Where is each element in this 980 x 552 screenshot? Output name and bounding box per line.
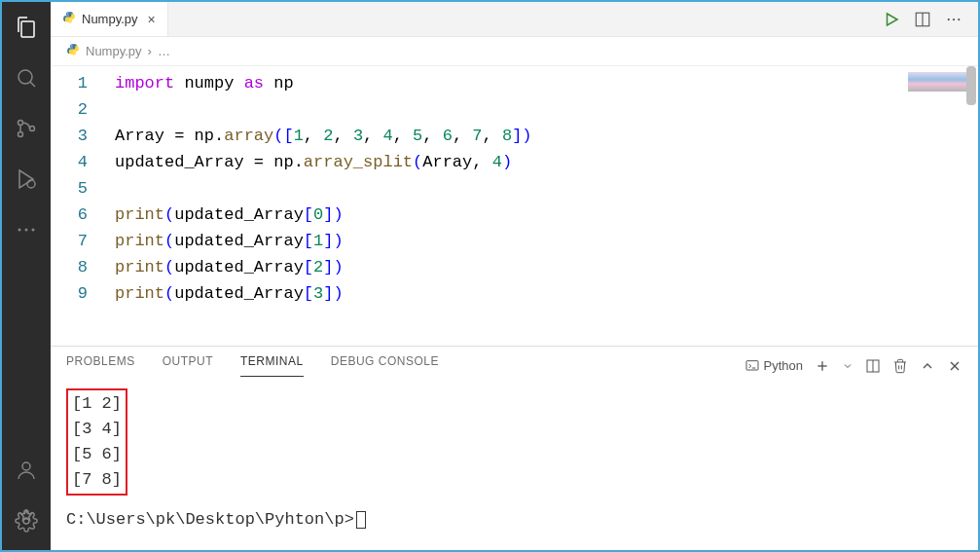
svg-point-15: [948, 18, 950, 19]
line-number: 9: [51, 280, 88, 307]
tab-close-icon[interactable]: ×: [144, 12, 156, 27]
svg-point-6: [27, 180, 35, 188]
tab-output[interactable]: OUTPUT: [163, 354, 213, 377]
run-debug-icon[interactable]: [13, 166, 40, 193]
code-line: print(updated_Array[2]): [115, 254, 978, 280]
line-number: 5: [51, 175, 88, 202]
svg-point-17: [958, 18, 960, 19]
code-line: [115, 96, 978, 123]
settings-gear-icon[interactable]: [13, 507, 40, 534]
breadcrumb-chevron-icon: ›: [148, 44, 152, 58]
panel-tabs: PROBLEMS OUTPUT TERMINAL DEBUG CONSOLE P…: [51, 347, 978, 377]
tab-terminal[interactable]: TERMINAL: [240, 354, 304, 377]
minimap[interactable]: [908, 72, 966, 92]
search-icon[interactable]: [13, 64, 40, 92]
more-actions-icon[interactable]: [945, 11, 962, 28]
activity-bar: [2, 2, 51, 550]
new-terminal-icon[interactable]: [815, 358, 830, 374]
tab-problems[interactable]: PROBLEMS: [66, 354, 135, 377]
svg-point-7: [18, 229, 21, 232]
svg-rect-18: [746, 360, 758, 369]
terminal-output-line: [3 4]: [72, 417, 122, 442]
editor-area: Numpy.py × Numpy.py ›: [51, 2, 978, 550]
terminal-type-selector[interactable]: Python: [744, 358, 803, 374]
code-content[interactable]: import numpy as np Array = np.array([1, …: [99, 66, 978, 346]
tab-debug-console[interactable]: DEBUG CONSOLE: [331, 354, 439, 377]
terminal-prompt[interactable]: C:\Users\pk\Desktop\Pyhton\p>: [66, 507, 962, 533]
code-line: print(updated_Array[3]): [115, 280, 978, 307]
line-number: 4: [51, 149, 88, 175]
svg-line-1: [30, 82, 35, 87]
tab-filename: Numpy.py: [82, 12, 138, 26]
split-editor-icon[interactable]: [914, 11, 931, 28]
svg-point-10: [22, 462, 30, 470]
python-file-icon: [66, 43, 80, 59]
line-number: 8: [51, 254, 88, 280]
terminal-dropdown-icon[interactable]: [842, 360, 853, 372]
panel: PROBLEMS OUTPUT TERMINAL DEBUG CONSOLE P…: [51, 346, 978, 550]
trash-icon[interactable]: [892, 358, 908, 374]
breadcrumb-more: …: [158, 44, 170, 58]
terminal-content[interactable]: [1 2] [3 4] [5 6] [7 8] C:\Users\pk\Desk…: [51, 377, 978, 550]
svg-point-0: [18, 70, 32, 84]
close-panel-icon[interactable]: [947, 358, 962, 374]
terminal-output-line: [1 2]: [72, 391, 122, 417]
breadcrumb-filename: Numpy.py: [86, 44, 142, 58]
python-file-icon: [62, 11, 76, 27]
terminal-output-highlight: [1 2] [3 4] [5 6] [7 8]: [66, 388, 127, 496]
line-number: 7: [51, 228, 88, 254]
code-editor[interactable]: 123456789 import numpy as np Array = np.…: [51, 66, 978, 346]
line-gutter: 123456789: [51, 66, 99, 346]
svg-point-16: [953, 18, 955, 19]
code-line: print(updated_Array[0]): [115, 202, 978, 228]
svg-point-8: [25, 229, 28, 232]
account-icon[interactable]: [13, 457, 40, 484]
terminal-output-line: [7 8]: [72, 467, 122, 493]
terminal-output-line: [5 6]: [72, 442, 122, 467]
line-number: 3: [51, 123, 88, 149]
code-line: Array = np.array([1, 2, 3, 4, 5, 6, 7, 8…: [115, 123, 978, 149]
code-line: import numpy as np: [115, 70, 978, 96]
vscode-window: Numpy.py × Numpy.py ›: [2, 2, 978, 550]
svg-marker-12: [888, 14, 898, 25]
source-control-icon[interactable]: [13, 115, 40, 142]
code-line: [115, 175, 978, 202]
svg-point-2: [18, 121, 23, 126]
tab-bar: Numpy.py ×: [51, 2, 978, 37]
explorer-icon[interactable]: [13, 14, 40, 41]
code-line: print(updated_Array[1]): [115, 228, 978, 254]
scrollbar[interactable]: [966, 66, 976, 105]
svg-point-9: [32, 229, 35, 232]
line-number: 6: [51, 202, 88, 228]
split-terminal-icon[interactable]: [865, 358, 881, 374]
maximize-panel-icon[interactable]: [920, 358, 935, 374]
code-line: updated_Array = np.array_split(Array, 4): [115, 149, 978, 175]
more-icon[interactable]: [13, 216, 40, 243]
svg-point-3: [18, 132, 23, 137]
breadcrumb[interactable]: Numpy.py › …: [51, 37, 978, 66]
terminal-cursor: [356, 511, 366, 529]
line-number: 1: [51, 70, 88, 96]
editor-tab[interactable]: Numpy.py ×: [51, 2, 168, 36]
line-number: 2: [51, 96, 88, 123]
terminal-type-label: Python: [764, 358, 803, 373]
svg-marker-5: [19, 170, 33, 188]
run-button[interactable]: [883, 11, 900, 28]
terminal-prompt-text: C:\Users\pk\Desktop\Pyhton\p>: [66, 507, 354, 533]
